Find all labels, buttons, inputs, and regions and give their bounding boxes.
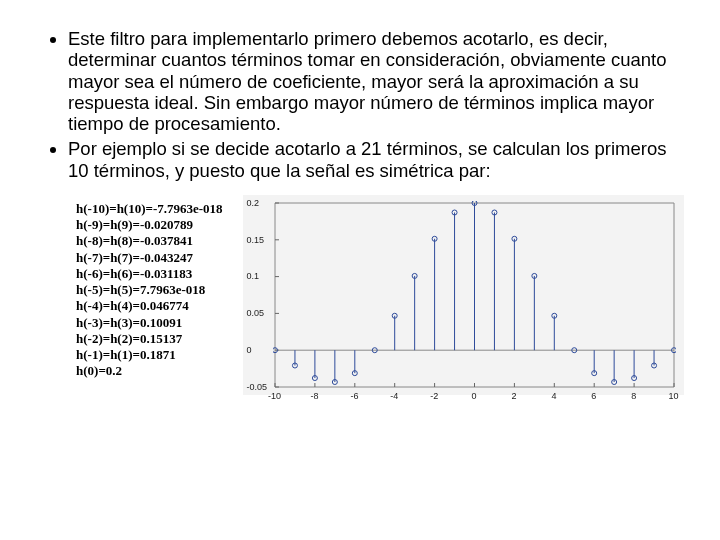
slide: Este filtro para implementarlo primero d…: [0, 0, 720, 415]
bullet-list: Este filtro para implementarlo primero d…: [36, 28, 684, 181]
bullet-item: Por ejemplo si se decide acotarlo a 21 t…: [68, 138, 684, 181]
coefficient-list: h(-10)=h(10)=-7.7963e-018 h(-9)=h(9)=-0.…: [76, 195, 223, 395]
plot-axes: [273, 201, 676, 389]
lower-row: h(-10)=h(10)=-7.7963e-018 h(-9)=h(9)=-0.…: [36, 195, 684, 395]
bullet-item: Este filtro para implementarlo primero d…: [68, 28, 684, 134]
stem-plot: -0.0500.050.10.150.2-10-8-6-4-20246810: [243, 195, 684, 395]
